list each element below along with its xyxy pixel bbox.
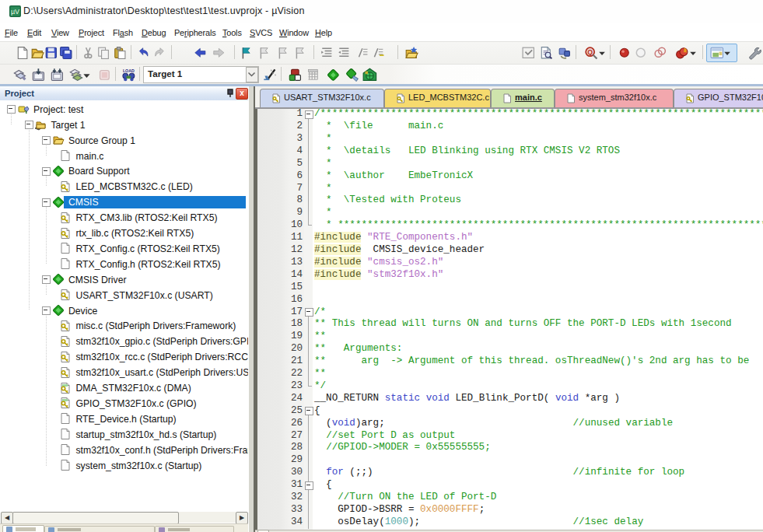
svg-text:µV: µV [11,8,19,16]
svg-text:Q: Q [587,48,593,56]
svg-text:LOAD: LOAD [123,68,135,73]
